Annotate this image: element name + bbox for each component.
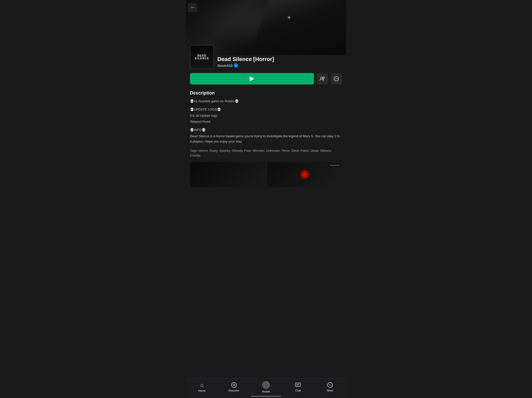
nav-label-discover: Discover [229, 389, 239, 392]
media-thumb-1[interactable] [190, 162, 265, 187]
svg-point-13 [329, 385, 329, 385]
svg-point-15 [331, 385, 331, 385]
nav-label-avatar: Avatar [262, 390, 270, 393]
svg-point-8 [233, 384, 235, 386]
action-buttons [186, 69, 346, 84]
avatar-circle [262, 381, 270, 389]
nav-item-home[interactable]: ⌂ Home [186, 382, 218, 392]
nav-label-home: Home [198, 389, 205, 392]
nav-item-more[interactable]: More [314, 382, 346, 392]
desc-spacer1 [190, 105, 342, 107]
play-icon [250, 76, 254, 81]
desc-line5: 💀INFO💀 [190, 128, 342, 133]
svg-point-1 [321, 77, 323, 79]
desc-line2: 💀UPDATE LOGS💀 [190, 107, 342, 112]
desc-line3: 0.6.19 Update logs [190, 113, 342, 118]
svg-point-5 [336, 78, 337, 79]
description-title: Description [190, 90, 342, 96]
creator-row: DoomX10 [217, 64, 342, 68]
game-thumbnail: DEAD SILENCE [190, 45, 214, 69]
description-body: 💀#1 Scariest game on Roblox💀 💀UPDATE LOG… [190, 99, 342, 144]
svg-point-2 [323, 77, 325, 78]
back-icon [191, 6, 194, 9]
creator-name[interactable]: DoomX10 [217, 64, 232, 68]
page-content: DEAD SILENCE Dead Silence [Horror] DoomX… [186, 0, 346, 207]
media-thumb-2[interactable]: DoomX10 [267, 162, 342, 187]
svg-point-4 [335, 78, 336, 79]
home-indicator [251, 396, 281, 397]
play-button[interactable] [190, 73, 314, 84]
svg-rect-0 [191, 7, 194, 8]
friends-button[interactable] [317, 73, 328, 84]
chat-icon [295, 382, 301, 388]
game-thumbnail-inner: DEAD SILENCE [190, 46, 213, 68]
nav-label-chat: Chat [295, 389, 301, 392]
game-title: Dead Silence [Horror] [217, 56, 342, 62]
nav-item-discover[interactable]: Discover [218, 382, 250, 392]
bottom-nav: ⌂ Home Discover Avatar Chat More [186, 378, 346, 398]
friends-icon [320, 76, 325, 81]
home-icon: ⌂ [200, 382, 203, 388]
thumbnail-text-line2: SILENCE [195, 57, 209, 60]
game-info-section: DEAD SILENCE Dead Silence [Horror] DoomX… [186, 45, 346, 69]
svg-point-14 [330, 385, 330, 385]
more-options-button[interactable] [331, 73, 342, 84]
media-thumb-label: DoomX10 [329, 164, 341, 167]
svg-rect-9 [296, 383, 301, 386]
desc-line1: 💀#1 Scariest game on Roblox💀 [190, 99, 342, 104]
thumbnail-text-line1: DEAD [197, 54, 206, 57]
nav-label-more: More [327, 389, 333, 392]
nav-item-chat[interactable]: Chat [282, 382, 314, 392]
description-tags: Tags: Horror, Scary, Spooky, Ghostly, Fe… [190, 148, 342, 158]
nav-item-avatar[interactable]: Avatar [250, 381, 282, 393]
description-section: Description 💀#1 Scariest game on Roblox💀… [186, 84, 346, 158]
more-icon [327, 382, 333, 388]
media-row: DoomX10 [186, 158, 346, 187]
discover-icon [231, 382, 237, 388]
desc-spacer2 [190, 126, 342, 128]
desc-line6: Dead Silence is a horror based game you'… [190, 134, 342, 144]
desc-line4: Teleport Fixed [190, 119, 342, 124]
verified-badge [234, 64, 238, 68]
svg-point-6 [337, 78, 338, 79]
game-title-area: Dead Silence [Horror] DoomX10 [214, 45, 342, 68]
back-button[interactable] [188, 3, 197, 12]
ellipsis-icon [334, 76, 339, 81]
svg-point-7 [231, 382, 236, 388]
